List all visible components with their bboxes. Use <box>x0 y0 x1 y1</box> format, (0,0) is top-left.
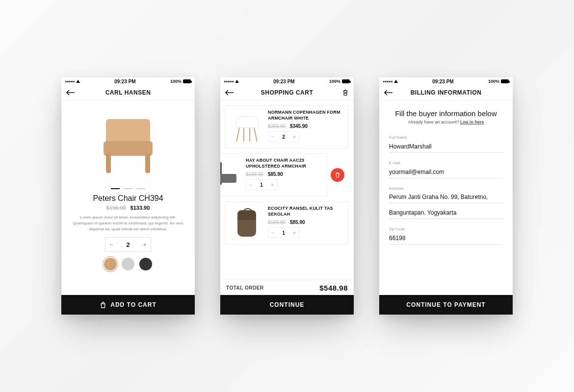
plus-icon[interactable]: + <box>293 230 296 236</box>
wifi-icon <box>235 80 239 83</box>
add-to-cart-label: ADD TO CART <box>110 301 156 308</box>
cart-item-image <box>230 206 264 240</box>
billing-heading: Fill the buyer information below <box>389 109 503 118</box>
cart-item-price: $199.90 $85.90 <box>268 220 344 225</box>
page-title: BILLING INFORMATION <box>411 89 482 96</box>
email-field[interactable] <box>389 168 503 178</box>
color-swatch-1[interactable] <box>104 258 117 270</box>
fullname-field[interactable] <box>389 142 503 153</box>
page-title: CARL HANSEN <box>105 89 151 96</box>
cart-item-image <box>230 110 264 144</box>
battery-percent: 100% <box>170 79 182 84</box>
continue-payment-button[interactable]: CONTINUE TO PAYMENT <box>379 295 513 315</box>
total-amount: $548.98 <box>319 284 348 292</box>
zip-field[interactable] <box>389 234 503 245</box>
battery-icon <box>501 79 509 83</box>
minus-icon[interactable]: − <box>271 230 274 236</box>
color-swatch-2[interactable] <box>122 258 134 270</box>
back-icon[interactable] <box>66 90 75 96</box>
status-time: 09:23 PM <box>432 79 453 84</box>
cart-item[interactable]: HAY ABOUT CHAIR AAC23 UPHOLSTERED ARMCHA… <box>220 153 327 196</box>
product-image[interactable] <box>61 100 195 186</box>
total-bar: TOTAL ORDER $548.98 <box>220 280 354 295</box>
screen-product: 09:23 PM 100% CARL HANSEN Peters Chair C… <box>61 77 195 315</box>
battery-percent: 100% <box>488 79 499 84</box>
page-title: SHOPPING CART <box>261 89 313 96</box>
cart-item[interactable]: NORMANN COPENHAGEN FORM ARMCHAIR WHITE $… <box>225 105 349 148</box>
product-description: Lorem ipsum dolor sit amet, consectetur … <box>61 215 195 232</box>
zip-label: Zip Code <box>389 227 503 231</box>
gallery-indicator[interactable] <box>61 188 195 189</box>
cart-item-name: ECOCITY RANSEL KULIT TAS SEKOLAH <box>268 206 344 217</box>
quantity-stepper[interactable]: − 2 + <box>268 131 299 142</box>
color-swatch-3[interactable] <box>139 258 152 270</box>
address-line2[interactable]: Banguntapan, Yogyakarta <box>389 208 503 219</box>
status-bar: 09:23 PM 100% <box>379 77 513 85</box>
plus-icon[interactable]: + <box>271 182 274 188</box>
color-swatches <box>61 258 195 270</box>
status-time: 09:23 PM <box>114 79 135 84</box>
wifi-icon <box>76 80 80 83</box>
continue-label: CONTINUE <box>270 301 305 308</box>
bag-icon <box>100 301 106 308</box>
delete-item-button[interactable] <box>331 168 344 182</box>
header: BILLING INFORMATION <box>379 85 513 100</box>
add-to-cart-button[interactable]: ADD TO CART <box>61 295 195 315</box>
cart-item-price: $199.90 $85.90 <box>246 172 323 177</box>
quantity-stepper[interactable]: − 1 + <box>268 227 299 238</box>
battery-icon <box>342 79 350 83</box>
login-link[interactable]: Log in here <box>460 120 484 124</box>
continue-button[interactable]: CONTINUE <box>220 295 354 315</box>
cart-item[interactable]: ECOCITY RANSEL KULIT TAS SEKOLAH $199.90… <box>225 201 349 245</box>
header: CARL HANSEN <box>61 85 195 100</box>
back-icon[interactable] <box>225 90 234 96</box>
signal-dots-icon <box>65 81 75 82</box>
price-original: $196.90 <box>106 205 126 211</box>
quantity-stepper[interactable]: − 1 + <box>246 179 277 190</box>
signal-dots-icon <box>224 81 234 82</box>
plus-icon[interactable]: + <box>143 241 147 248</box>
battery-percent: 100% <box>329 79 340 84</box>
continue-payment-label: CONTINUE TO PAYMENT <box>406 301 485 308</box>
cart-item-name: HAY ABOUT CHAIR AAC23 UPHOLSTERED ARMCHA… <box>246 158 323 169</box>
product-name: Peters Chair CH394 <box>61 194 195 203</box>
status-bar: 09:23 PM 100% <box>220 77 354 85</box>
cart-item-image <box>220 158 242 192</box>
screen-billing: 09:23 PM 100% BILLING INFORMATION Fill t… <box>379 77 513 315</box>
minus-icon[interactable]: − <box>271 134 274 140</box>
product-price: $196.90 $133.90 <box>61 205 195 211</box>
back-icon[interactable] <box>384 90 393 96</box>
cart-item-price: $399.90 $345.90 <box>268 123 344 129</box>
email-label: E-mail <box>389 161 503 165</box>
trash-icon[interactable] <box>342 89 349 96</box>
cart-item-name: NORMANN COPENHAGEN FORM ARMCHAIR WHITE <box>268 110 344 121</box>
address-line1[interactable]: Perum Janti Graha No. 99, Baturetno, <box>389 193 503 203</box>
quantity-value: 1 <box>282 230 285 236</box>
plus-icon[interactable]: + <box>293 134 296 140</box>
quantity-stepper[interactable]: − 2 + <box>105 237 151 252</box>
address-label: Address <box>389 186 503 191</box>
header: SHOPPING CART <box>220 85 354 100</box>
signal-dots-icon <box>383 81 392 82</box>
status-time: 09:23 PM <box>273 79 294 84</box>
minus-icon[interactable]: − <box>109 241 113 248</box>
status-bar: 09:23 PM 100% <box>61 77 195 85</box>
billing-subtext: Already have an account? Log in here <box>389 120 503 124</box>
minus-icon[interactable]: − <box>249 182 252 188</box>
wifi-icon <box>394 80 398 83</box>
fullname-label: Full Name <box>389 135 503 140</box>
quantity-value: 2 <box>126 241 130 248</box>
quantity-value: 1 <box>260 182 263 188</box>
battery-icon <box>183 79 191 83</box>
total-label: TOTAL ORDER <box>226 285 264 291</box>
screen-cart: 09:23 PM 100% SHOPPING CART <box>220 77 354 315</box>
price-current: $133.90 <box>130 205 150 211</box>
quantity-value: 2 <box>282 134 285 140</box>
